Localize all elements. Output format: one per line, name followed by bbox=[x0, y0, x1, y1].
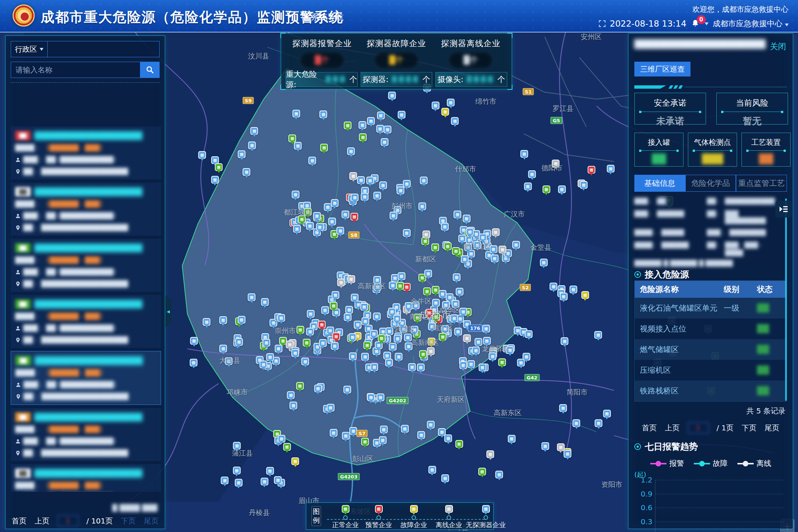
map-marker[interactable]: ▦ bbox=[459, 361, 467, 369]
map-marker[interactable]: ▦ bbox=[243, 168, 250, 176]
tab-inactive[interactable]: 重点监管工艺 bbox=[736, 175, 787, 192]
company-list-item[interactable]: █████████████████████████：【██████－███】██… bbox=[11, 183, 161, 236]
tab-inactive[interactable]: 危险化学品 bbox=[685, 175, 736, 192]
map-marker[interactable]: ▦ bbox=[376, 393, 384, 401]
hazard-page-last[interactable]: 尾页 bbox=[764, 423, 779, 433]
map-marker[interactable]: ▦ bbox=[398, 111, 405, 119]
map-marker[interactable]: ▦ bbox=[594, 331, 602, 339]
map-marker[interactable]: ▦ bbox=[337, 227, 344, 235]
map-marker[interactable]: ▦ bbox=[401, 425, 409, 433]
map-marker[interactable]: ▦ bbox=[388, 308, 396, 316]
map-marker[interactable]: ▦ bbox=[266, 353, 274, 361]
map-marker[interactable]: ▦ bbox=[378, 334, 385, 342]
map-marker[interactable]: ▦ bbox=[451, 117, 459, 125]
map-marker[interactable]: ▦ bbox=[560, 293, 567, 300]
tab-active[interactable]: 基础信息 bbox=[634, 175, 685, 192]
map-marker[interactable]: ▦ bbox=[441, 474, 449, 482]
map-marker[interactable]: ▦ bbox=[564, 450, 572, 458]
map-marker[interactable]: ▦ bbox=[508, 435, 515, 443]
map-marker[interactable]: ▦ bbox=[370, 330, 378, 338]
map-marker[interactable]: ▦ bbox=[235, 338, 243, 346]
map-marker[interactable]: ▦ bbox=[286, 341, 294, 348]
map-marker[interactable]: ▦ bbox=[342, 432, 349, 440]
map-marker[interactable]: ▦ bbox=[512, 241, 520, 249]
page-prev[interactable]: 上页 bbox=[35, 516, 50, 526]
map-marker[interactable]: ▦ bbox=[482, 325, 490, 332]
map-marker[interactable]: ▦ bbox=[454, 211, 461, 218]
sidebar-collapse-handle[interactable]: ◀ bbox=[165, 296, 171, 327]
map-marker[interactable]: ▦ bbox=[221, 477, 229, 484]
map-marker[interactable]: ▦ bbox=[498, 358, 506, 366]
map-marker[interactable]: ▦ bbox=[587, 166, 595, 174]
map-marker[interactable]: ▦ bbox=[306, 222, 314, 230]
map-marker[interactable]: ▦ bbox=[291, 457, 299, 465]
map-marker[interactable]: ▦ bbox=[524, 183, 532, 190]
map-marker[interactable]: ▦ bbox=[291, 191, 299, 198]
page-first[interactable]: 首页 bbox=[12, 516, 27, 526]
map-marker[interactable]: ▦ bbox=[388, 92, 396, 99]
map-marker[interactable]: ▦ bbox=[318, 321, 326, 328]
map-marker[interactable]: ▦ bbox=[483, 337, 491, 345]
map-marker[interactable]: ▦ bbox=[320, 144, 328, 151]
map-marker[interactable]: ▦ bbox=[432, 286, 440, 294]
map-marker[interactable]: ▦ bbox=[474, 338, 482, 346]
map-marker[interactable]: ▦ bbox=[528, 170, 536, 178]
map-marker[interactable]: ▦ bbox=[190, 337, 198, 345]
map-marker[interactable]: ▦ bbox=[359, 133, 367, 141]
map-marker[interactable]: ▦ bbox=[290, 402, 297, 409]
org-selector[interactable]: 成都市应急救援中心 ▼ bbox=[713, 18, 788, 29]
map-marker[interactable]: ▦ bbox=[262, 339, 270, 347]
map-marker[interactable]: ▦ bbox=[373, 313, 381, 320]
map-marker[interactable]: ▦ bbox=[458, 235, 466, 242]
map-marker[interactable]: ▦ bbox=[250, 127, 258, 135]
map-marker[interactable]: ▦ bbox=[379, 181, 387, 189]
map-marker[interactable]: ▦ bbox=[308, 157, 316, 164]
hazard-table-row[interactable]: 压缩机区██ bbox=[635, 360, 787, 381]
map-marker[interactable]: ▦ bbox=[301, 358, 309, 365]
map-marker[interactable]: ▦ bbox=[558, 185, 566, 193]
map-marker[interactable]: ▦ bbox=[294, 142, 302, 150]
map-marker[interactable]: ▦ bbox=[296, 382, 304, 390]
map-marker[interactable]: ▦ bbox=[424, 270, 432, 277]
map-marker[interactable]: ▦ bbox=[357, 176, 365, 184]
map-marker[interactable]: ▦ bbox=[466, 228, 474, 236]
map-marker[interactable]: ▦ bbox=[361, 317, 369, 325]
map-marker[interactable]: ▦ bbox=[456, 288, 463, 296]
map-marker[interactable]: ▦ bbox=[347, 147, 355, 155]
map-marker[interactable]: ▦ bbox=[287, 391, 295, 399]
map-marker[interactable]: ▦ bbox=[344, 122, 352, 129]
map-marker[interactable]: ▦ bbox=[283, 443, 291, 451]
map-marker[interactable]: ▦ bbox=[395, 353, 403, 361]
company-list-item[interactable]: █████████████████████████：【██████－███】██… bbox=[11, 239, 161, 292]
map-marker[interactable]: ▦ bbox=[233, 467, 241, 474]
map-marker[interactable]: ▦ bbox=[398, 272, 405, 280]
expand-detail-button[interactable] bbox=[775, 201, 792, 218]
map-marker[interactable]: ▦ bbox=[417, 364, 424, 371]
map-marker[interactable]: ▦ bbox=[478, 468, 486, 475]
map-marker[interactable]: ▦ bbox=[330, 429, 337, 437]
map-marker[interactable]: ▦ bbox=[461, 255, 468, 263]
map-marker[interactable]: ▦ bbox=[360, 303, 368, 311]
map-marker[interactable]: ▦ bbox=[393, 315, 401, 323]
map-marker[interactable]: ▦ bbox=[522, 353, 530, 361]
map-marker[interactable]: ▦ bbox=[383, 126, 391, 133]
map-marker[interactable]: ▦ bbox=[525, 330, 533, 338]
map-marker[interactable]: ▦ bbox=[354, 321, 362, 328]
map-marker[interactable]: ▦ bbox=[328, 218, 336, 225]
map-marker[interactable]: ▦ bbox=[331, 199, 338, 207]
map-marker[interactable]: ▦ bbox=[385, 359, 393, 366]
map-marker[interactable]: ▦ bbox=[248, 141, 256, 149]
map-marker[interactable]: ▦ bbox=[487, 450, 494, 458]
hazard-page-prev[interactable]: 上页 bbox=[665, 423, 680, 433]
map-marker[interactable]: ▦ bbox=[499, 246, 507, 253]
map-marker[interactable]: ▦ bbox=[219, 316, 227, 324]
map-marker[interactable]: ▦ bbox=[569, 286, 577, 293]
page-input[interactable]: 1 bbox=[58, 515, 78, 526]
map-marker[interactable]: ▦ bbox=[381, 138, 388, 146]
search-button[interactable] bbox=[140, 62, 160, 78]
company-list-item[interactable]: █████████████████████████：【██████－███】██… bbox=[11, 126, 161, 180]
map-marker[interactable]: ▦ bbox=[561, 337, 569, 345]
map-marker[interactable]: ▦ bbox=[235, 479, 242, 487]
map-marker[interactable]: ▦ bbox=[260, 361, 267, 368]
map-marker[interactable]: ▦ bbox=[219, 345, 227, 352]
